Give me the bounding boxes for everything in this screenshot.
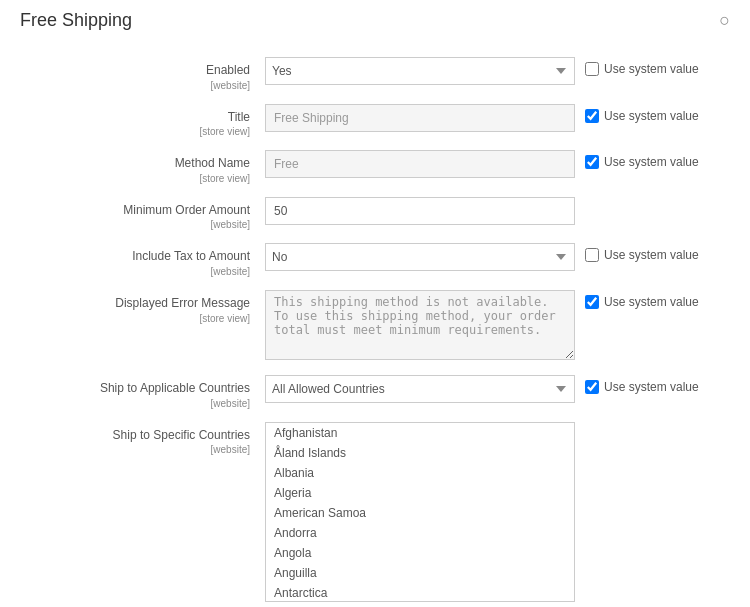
title-input[interactable] (265, 104, 575, 132)
field-error-message: Displayed Error Message [store view] Thi… (20, 284, 730, 369)
control-specific-countries: AfghanistanÅland IslandsAlbaniaAlgeriaAm… (265, 422, 730, 602)
error-message-use-system-checkbox[interactable] (585, 295, 599, 309)
include-tax-select[interactable]: No Yes (265, 243, 575, 271)
minimum-order-amount-input[interactable] (265, 197, 575, 225)
label-error-message: Displayed Error Message [store view] (20, 290, 265, 325)
applicable-countries-select-wrapper: All Allowed Countries Specific Countries (265, 375, 575, 403)
page-title: Free Shipping (20, 10, 132, 31)
field-specific-countries: Ship to Specific Countries [website] Afg… (20, 416, 730, 607)
list-item[interactable]: Åland Islands (266, 443, 574, 463)
include-tax-use-system-checkbox[interactable] (585, 248, 599, 262)
specific-countries-list[interactable]: AfghanistanÅland IslandsAlbaniaAlgeriaAm… (265, 422, 575, 602)
control-applicable-countries: All Allowed Countries Specific Countries… (265, 375, 730, 403)
field-applicable-countries: Ship to Applicable Countries [website] A… (20, 369, 730, 416)
field-method-name: Method Name [store view] Use system valu… (20, 144, 730, 191)
method-name-use-system-value[interactable]: Use system value (585, 150, 699, 169)
control-method-name: Use system value (265, 150, 730, 178)
collapse-icon[interactable]: ○ (719, 10, 730, 31)
list-item[interactable]: Andorra (266, 523, 574, 543)
label-minimum-order-amount: Minimum Order Amount [website] (20, 197, 265, 232)
field-title: Title [store view] Use system value (20, 98, 730, 145)
list-item[interactable]: Algeria (266, 483, 574, 503)
list-item[interactable]: Antarctica (266, 583, 574, 602)
title-use-system-checkbox[interactable] (585, 109, 599, 123)
list-item[interactable]: Albania (266, 463, 574, 483)
include-tax-select-wrapper: No Yes (265, 243, 575, 271)
applicable-countries-use-system-value[interactable]: Use system value (585, 375, 699, 394)
applicable-countries-use-system-checkbox[interactable] (585, 380, 599, 394)
label-enabled: Enabled [website] (20, 57, 265, 92)
enabled-use-system-value[interactable]: Use system value (585, 57, 699, 76)
error-message-textarea[interactable]: This shipping method is not available. T… (265, 290, 575, 360)
control-enabled: Yes No Use system value (265, 57, 730, 85)
enabled-select[interactable]: Yes No (265, 57, 575, 85)
method-name-use-system-checkbox[interactable] (585, 155, 599, 169)
label-applicable-countries: Ship to Applicable Countries [website] (20, 375, 265, 410)
enabled-select-wrapper: Yes No (265, 57, 575, 85)
error-message-use-system-value[interactable]: Use system value (585, 290, 699, 309)
label-include-tax: Include Tax to Amount [website] (20, 243, 265, 278)
label-specific-countries: Ship to Specific Countries [website] (20, 422, 265, 457)
title-use-system-value[interactable]: Use system value (585, 104, 699, 123)
control-title: Use system value (265, 104, 730, 132)
field-minimum-order-amount: Minimum Order Amount [website] (20, 191, 730, 238)
list-item[interactable]: Angola (266, 543, 574, 563)
control-error-message: This shipping method is not available. T… (265, 290, 730, 363)
control-minimum-order-amount (265, 197, 730, 225)
applicable-countries-select[interactable]: All Allowed Countries Specific Countries (265, 375, 575, 403)
field-include-tax: Include Tax to Amount [website] No Yes U… (20, 237, 730, 284)
list-item[interactable]: American Samoa (266, 503, 574, 523)
title-input-wrapper (265, 104, 575, 132)
control-include-tax: No Yes Use system value (265, 243, 730, 271)
method-name-input[interactable] (265, 150, 575, 178)
field-enabled: Enabled [website] Yes No Use system valu… (20, 51, 730, 98)
list-item[interactable]: Anguilla (266, 563, 574, 583)
include-tax-use-system-value[interactable]: Use system value (585, 243, 699, 262)
label-method-name: Method Name [store view] (20, 150, 265, 185)
label-title: Title [store view] (20, 104, 265, 139)
enabled-use-system-checkbox[interactable] (585, 62, 599, 76)
method-name-input-wrapper (265, 150, 575, 178)
error-message-textarea-wrapper: This shipping method is not available. T… (265, 290, 575, 363)
list-item[interactable]: Afghanistan (266, 423, 574, 443)
minimum-order-amount-input-wrapper (265, 197, 575, 225)
